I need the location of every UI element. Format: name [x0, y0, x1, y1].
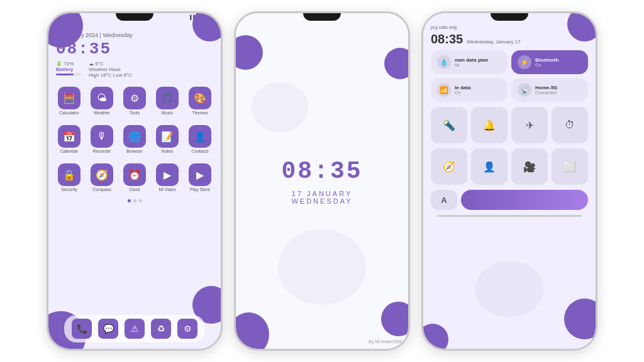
app-icon-clock: ⏰	[123, 163, 146, 186]
bluetooth-text: Bluetooth On	[535, 57, 558, 67]
ctrl-wifi[interactable]: 📡 Home-5G Connected	[511, 78, 588, 102]
ctrl-mobile-data[interactable]: 📶 le data On	[431, 78, 508, 102]
notch2	[303, 13, 341, 21]
watermark: By Mr.Imam1992	[369, 339, 402, 344]
data-plan-icon: 💧	[437, 55, 451, 69]
battery-info: 🔋 72% Battery	[56, 61, 81, 75]
app-clock[interactable]: ⏰ Clock	[120, 163, 149, 192]
app-icon-contacts: 👤	[189, 125, 211, 148]
dot-2	[133, 199, 136, 202]
phone3-time-row: 08:35 Wednesday, January 17	[428, 31, 591, 48]
dock-settings[interactable]: ⚙	[177, 319, 197, 339]
app-calendar[interactable]: 📅 Calendar	[55, 125, 84, 153]
btn-portrait[interactable]: 👤	[471, 148, 508, 185]
btn-camera[interactable]: 🎥	[511, 148, 548, 185]
ctrl-bluetooth[interactable]: ⚡ Bluetooth On	[511, 50, 588, 74]
app-label-contacts: Contacts	[191, 149, 209, 153]
app-recorder[interactable]: 🎙 Recorder	[87, 125, 116, 153]
app-icon-tools: ⚙	[123, 87, 146, 109]
app-icon-compass: 🧭	[91, 163, 113, 186]
page-dots	[48, 199, 221, 202]
blob-mid-3	[475, 261, 544, 317]
app-label-browser: Browser	[126, 149, 143, 153]
app-dock: 📞 💬 ⚠ ♻ ⚙	[64, 315, 205, 343]
app-label-calendar: Calendar	[60, 149, 78, 153]
battery-bar	[56, 74, 81, 75]
app-notes[interactable]: 📝 Notes	[153, 125, 182, 153]
app-mivideo[interactable]: ▶ Mi Video	[153, 163, 182, 192]
app-label-themes: Themes	[192, 111, 208, 115]
app-label-music: Music	[162, 111, 173, 115]
wifi-name: Home-5G	[535, 85, 558, 90]
lock-date2: Wednesday	[291, 197, 352, 205]
lock-time: 08:35	[281, 158, 362, 185]
control-tiles: 💧 own data plan Mi ⚡ Bluetooth On 📶 le d…	[428, 48, 591, 104]
app-music[interactable]: 🎵 Music	[153, 87, 182, 115]
app-compass[interactable]: 🧭 Compass	[87, 163, 116, 192]
app-playstore[interactable]: ▶ Play Store	[186, 163, 214, 192]
app-grid-row3: 🔒 Security 🧭 Compass ⏰ Clock ▶ Mi Video …	[48, 158, 221, 197]
dock-recycle[interactable]: ♻	[151, 319, 171, 339]
data-plan-sub: Mi	[455, 63, 488, 67]
phone3-screen: pcy calls only 💬 📶 08:35 Wednesday, Janu…	[423, 13, 596, 349]
dot-1	[128, 199, 131, 202]
app-security[interactable]: 🔒 Security	[55, 163, 84, 192]
battery-label: Battery	[56, 67, 81, 72]
notch3	[491, 13, 528, 21]
bluetooth-name: Bluetooth	[535, 57, 558, 63]
battery-fill	[56, 74, 74, 75]
app-themes[interactable]: 🎨 Themes	[186, 87, 214, 115]
app-tools[interactable]: ⚙ Tools	[120, 87, 149, 115]
app-icon-recorder: 🎙	[91, 125, 113, 148]
btn-timer[interactable]: ⏱	[552, 107, 588, 143]
weather-desc: Weather Haze	[89, 67, 132, 72]
dock-warning[interactable]: ⚠	[125, 319, 145, 339]
app-icon-notes: 📝	[156, 125, 179, 148]
bluetooth-sub: On	[535, 63, 558, 67]
ctrl-data-plan[interactable]: 💧 own data plan Mi	[431, 50, 508, 74]
btn-alarm[interactable]: 🔔	[471, 107, 508, 143]
small-buttons-row1: 🔦 🔔 ✈ ⏱	[428, 104, 591, 146]
accessibility-btn[interactable]: A	[431, 190, 457, 210]
weather-info: ☁ 9°C Weather Haze High 18°C Low 8°C	[89, 61, 132, 78]
dock-messages[interactable]: 💬	[98, 319, 118, 339]
phone1-info: 🔋 72% Battery ☁ 9°C Weather Haze High 18…	[56, 61, 213, 78]
app-contacts[interactable]: 👤 Contacts	[186, 125, 214, 153]
data-plan-name: own data plan	[455, 57, 488, 63]
app-weather[interactable]: 🌤 Weather	[87, 87, 116, 115]
temp: ☁ 9°C	[89, 61, 132, 67]
data-plan-text: own data plan Mi	[455, 57, 488, 67]
app-icon-security: 🔒	[58, 163, 80, 186]
blob-br-3	[564, 299, 596, 339]
blob-br-2	[381, 302, 408, 336]
brightness-slider[interactable]	[461, 190, 588, 210]
volume-slider[interactable]	[437, 215, 582, 217]
app-calculator[interactable]: 🧮 Calculator	[55, 87, 84, 115]
wifi-text: Home-5G Connected	[535, 85, 558, 95]
app-label-security: Security	[61, 187, 77, 192]
app-grid-row1: 🧮 Calculator 🌤 Weather ⚙ Tools 🎵 Music 🎨…	[48, 82, 221, 120]
bottom-row: A	[428, 187, 591, 212]
app-icon-browser: 🌐	[123, 125, 146, 148]
app-label-playstore: Play Store	[190, 187, 210, 192]
app-label-clock: Clock	[129, 187, 140, 192]
app-label-weather: Weather	[94, 111, 110, 115]
app-label-notes: Notes	[162, 149, 173, 153]
dock-phone[interactable]: 📞	[72, 319, 92, 339]
mobile-data-name: le data	[455, 85, 470, 90]
app-label-recorder: Recorder	[93, 149, 111, 153]
app-browser[interactable]: 🌐 Browser	[120, 125, 149, 153]
bluetooth-icon: ⚡	[518, 55, 531, 69]
blob-bl-3	[423, 324, 448, 349]
wifi-sub: Connected	[535, 90, 558, 95]
small-buttons-row2: 🧭 👤 🎥 ⬜	[428, 146, 591, 187]
btn-airplane[interactable]: ✈	[511, 107, 548, 143]
phone3-date: Wednesday, January 17	[467, 39, 521, 45]
blob-tl-2	[236, 35, 263, 70]
app-label-calculator: Calculator	[59, 111, 79, 115]
phone2-screen: 08:35 17 January Wednesday By Mr.Imam199…	[236, 13, 408, 349]
btn-screen[interactable]: ⬜	[552, 148, 588, 185]
status-calls: pcy calls only	[431, 25, 457, 30]
btn-flashlight[interactable]: 🔦	[431, 107, 467, 143]
btn-location[interactable]: 🧭	[431, 148, 467, 185]
